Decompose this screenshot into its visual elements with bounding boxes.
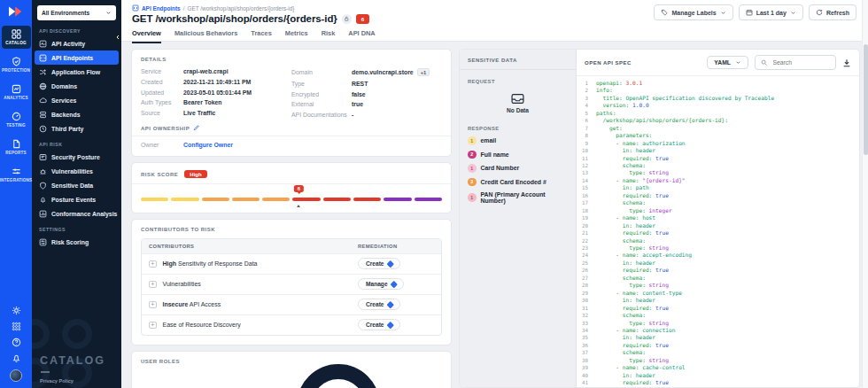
rail-item-testing[interactable]: TESTING [2,108,31,131]
panel-group: SENSITIVE DATA REQUEST No Data RESPONSE … [459,49,860,388]
sidebar-item-backends[interactable]: Backends [32,107,121,121]
domain-more-badge[interactable]: +1 [417,68,430,76]
edit-pencil-icon[interactable] [193,125,199,131]
tab-metrics[interactable]: Metrics [285,29,308,43]
request-no-data: No Data [468,93,568,113]
auth-lock-chip[interactable] [342,14,352,24]
details-card: DETAILS Service crapi-web.crapi Created … [131,49,452,157]
sidebar-item-vulnerabilities[interactable]: Vulnerabilities [32,164,121,178]
manage-labels-button[interactable]: Manage Labels [654,4,732,20]
code-line: 31 required: true [577,305,859,312]
openapi-spec-panel: OPEN API SPEC YAML [577,50,859,387]
sensitive-data-item[interactable]: 1 PAN (Primary Account Number) [468,191,568,204]
sidebar-collapse-button[interactable] [113,30,121,44]
code-line: 3 title: OpenAPI specification discovere… [577,95,859,102]
spec-search-input[interactable] [771,58,831,66]
detail-field: Auth Types Bearer Token [141,99,291,105]
risk-score-header: RISK SCORE High [132,163,451,183]
gauge-segment [323,198,351,201]
tab-malicious-behaviors[interactable]: Malicious Behaviors [174,29,237,43]
sensitive-data-item[interactable]: 2 Full name [468,151,568,159]
user-roles-card: USER ROLES Total 35 [131,351,452,388]
topbar: API Endpoints / GET /workshop/api/shop/o… [121,0,868,42]
help-icon[interactable] [12,338,21,347]
code-line: 27 schema: [577,275,859,282]
chevron-down-icon [790,10,796,16]
conformance-icon [39,210,47,218]
expand-row-icon[interactable]: + [149,301,157,309]
bug-icon [39,167,47,175]
environment-selector[interactable]: All Environments [37,5,116,20]
page-scrollbar[interactable] [862,0,868,388]
data-type-badge: 1 [468,164,477,173]
sidebar-item-domains[interactable]: Domains [32,79,121,93]
sidebar: All Environments API DISCOVERY API Activ… [32,0,121,388]
expand-row-icon[interactable]: + [149,281,157,289]
sidebar-item-third-party[interactable]: Third Party [32,121,121,136]
sidebar-item-sensitive-data[interactable]: Sensitive Data [32,178,121,192]
traceable-logo-icon[interactable] [7,4,25,19]
spec-code-viewer[interactable]: 1 openapi: 3.0.1 2 info: 3 title: OpenAP… [577,76,859,387]
user-avatar[interactable] [10,369,22,382]
data-type-badge: 2 [468,151,477,159]
code-line: 12 schema: [577,162,859,169]
rail-item-protection[interactable]: PROTECTION [2,53,31,76]
code-line: 30 in: header [577,297,859,304]
sidebar-section-title: API RISK [32,136,121,150]
detail-field: Created 2022-11-21 10:49:11 PM [141,79,291,85]
app-root: CATALOG PROTECTION ANALYTICS TESTING REP… [0,0,868,388]
time-range-button[interactable]: Last 1 day [739,4,803,20]
remediation-manage-button[interactable]: Manage [358,278,404,290]
code-line: 26 required: true [577,267,859,274]
sidebar-item-security-posture[interactable]: Security Posture [32,150,121,164]
sidebar-item-application-flow[interactable]: Application Flow [32,65,121,79]
sidebar-item-posture-events[interactable]: Posture Events [32,192,121,206]
breadcrumb-root[interactable]: API Endpoints [142,5,181,12]
gauge-segment [353,198,381,201]
report-doc-icon [12,139,21,149]
sidebar-item-api-activity[interactable]: API Activity [32,36,121,50]
owner-label: Owner [141,142,183,148]
download-icon[interactable] [842,58,851,67]
gear-icon[interactable] [12,306,21,315]
sidebar-sections: API DISCOVERY API Activity API Endpoints… [32,22,121,249]
scrollbar-thumb[interactable] [864,44,868,155]
risk-score-badge[interactable]: 6 [356,14,369,24]
privacy-policy-link[interactable]: Privacy Policy [40,378,74,384]
remediation-create-button[interactable]: Create [358,319,400,330]
gauge-segment [262,198,290,201]
user-roles-title: USER ROLES [132,352,451,369]
tab-traces[interactable]: Traces [251,29,271,43]
apps-icon[interactable] [12,322,21,331]
refresh-button[interactable]: Refresh [809,4,856,20]
main-area: API Endpoints / GET /workshop/api/shop/o… [121,0,868,388]
sensitive-data-item[interactable]: 1 email [468,136,568,145]
expand-row-icon[interactable]: + [149,322,157,330]
content: DETAILS Service crapi-web.crapi Created … [121,42,868,388]
rail-item-catalog[interactable]: CATALOG [2,26,31,49]
tab-risk[interactable]: Risk [322,29,336,43]
sensitive-data-item[interactable]: 3 Credit Card Encoded # [468,178,568,187]
sidebar-item-api-endpoints[interactable]: API Endpoints [35,50,119,65]
tab-overview[interactable]: Overview [132,29,161,43]
bell-icon[interactable] [12,353,21,363]
rail-item-reports[interactable]: REPORTS [2,136,31,159]
search-icon [761,59,768,66]
chevron-down-icon [105,10,112,16]
data-type-badge: 1 [468,136,477,145]
rail-item-analytics[interactable]: ANALYTICS [2,81,31,104]
tab-api-dna[interactable]: API DNA [348,29,375,43]
remediation-create-button[interactable]: Create [358,299,400,310]
configure-owner-link[interactable]: Configure Owner [183,142,233,148]
sidebar-item-risk-scoring[interactable]: Risk Scoring [32,235,121,249]
format-select[interactable]: YAML [707,56,748,69]
rail-item-integrations[interactable]: INTEGRATIONS [2,163,31,186]
sensitive-data-item[interactable]: 1 Card Number [468,164,568,173]
expand-row-icon[interactable]: + [149,260,157,268]
risk-score-title: RISK SCORE [141,172,178,177]
remediation-create-button[interactable]: Create [358,258,400,269]
sidebar-item-conformance-analysis[interactable]: Conformance Analysis [32,206,121,221]
contributors-table-header: CONTRIBUTORS REMEDIATION [142,239,441,253]
sidebar-item-services[interactable]: Services [32,93,121,107]
code-line: 39 - name: cache-control [577,364,859,371]
